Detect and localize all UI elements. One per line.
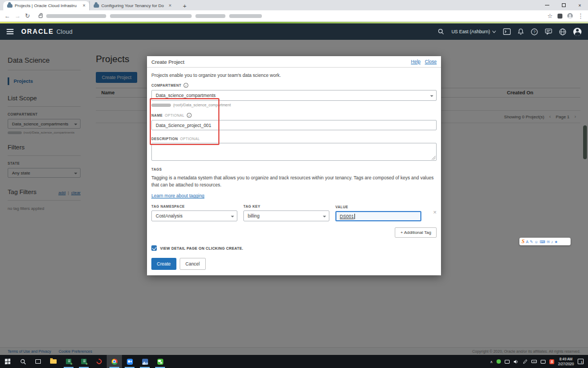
ime-voice-icon[interactable]: ♪: [551, 240, 553, 244]
folder-icon: [50, 359, 57, 364]
modal-compartment-select[interactable]: Data_science_compartments: [151, 90, 437, 101]
red-app-button[interactable]: [91, 355, 107, 368]
modal-create-button[interactable]: Create: [151, 258, 176, 270]
browser-menu-icon[interactable]: ⋮: [578, 13, 584, 20]
language-globe-icon[interactable]: [559, 28, 566, 35]
forward-icon[interactable]: →: [15, 13, 21, 19]
action-center-icon[interactable]: 1: [578, 359, 584, 364]
windows-logo-icon: [5, 359, 10, 365]
browser-profile-avatar[interactable]: [567, 13, 573, 19]
ime-handwriting-icon[interactable]: ✎: [530, 240, 533, 244]
tag-key-value: billing: [248, 213, 260, 219]
tag-row: TAG NAMESPACE CostAnalysis TAG KEY billi…: [151, 204, 437, 221]
optional-tag: OPTIONAL: [165, 113, 185, 117]
additional-tag-button[interactable]: + Additional Tag: [395, 227, 437, 238]
ime-toolbar[interactable]: S A ✎ ☺ ⌨ ✉ ♪ ★: [519, 238, 571, 245]
taskbar-clock[interactable]: 8:49 AM 2/27/2020: [558, 357, 574, 366]
modal-help-link[interactable]: Help: [411, 59, 420, 64]
chrome-icon: [112, 359, 118, 365]
browser-window: Projects | Oracle Cloud Infrastru × Conf…: [0, 0, 588, 368]
sogou-logo-icon[interactable]: S: [522, 239, 525, 244]
description-textarea[interactable]: [151, 143, 437, 161]
redacted-url-segment: [229, 14, 262, 18]
learn-more-tagging-link[interactable]: Learn more about tagging: [151, 193, 204, 198]
view-detail-label: VIEW DETAIL PAGE ON CLICKING CREATE.: [160, 246, 243, 250]
photos-app-button[interactable]: [137, 355, 152, 368]
tab-close-icon[interactable]: ×: [169, 3, 171, 8]
help-icon[interactable]: ?: [531, 28, 538, 35]
redacted-tenancy-name: [151, 104, 171, 107]
taskbar-search-button[interactable]: [15, 355, 30, 368]
clock-time: 8:49 AM: [558, 357, 574, 361]
ime-language-icon[interactable]: A: [526, 240, 529, 244]
search-icon[interactable]: [438, 28, 444, 35]
notifications-bell-icon[interactable]: [518, 28, 524, 35]
user-avatar-icon[interactable]: [573, 28, 581, 36]
address-bar[interactable]: [34, 12, 543, 20]
file-explorer-button[interactable]: [46, 355, 61, 368]
ime-skin-icon[interactable]: ★: [554, 240, 558, 244]
wechat-button[interactable]: [152, 355, 168, 368]
pen-tray-icon[interactable]: [523, 359, 528, 364]
tags-description-text: Tagging is a metadata system that allows…: [151, 174, 437, 189]
tray-green-app-icon[interactable]: [497, 359, 501, 364]
bookmark-star-icon[interactable]: ☆: [547, 13, 553, 20]
minimize-icon[interactable]: [539, 0, 555, 10]
tag-namespace-select[interactable]: CostAnalysis: [151, 210, 237, 221]
video-app-button[interactable]: [122, 355, 137, 368]
keyboard-tray-icon[interactable]: [531, 360, 537, 363]
optional-tag: OPTIONAL: [180, 137, 200, 141]
announcements-icon[interactable]: [545, 28, 552, 35]
display-tray-icon[interactable]: [541, 360, 546, 364]
redacted-url-segment: [195, 14, 225, 18]
volume-icon[interactable]: [513, 359, 519, 364]
scrollbar-thumb[interactable]: [583, 125, 587, 159]
browser-tab-strip: Projects | Oracle Cloud Infrastru × Conf…: [0, 0, 588, 10]
cloud-shell-icon[interactable]: [503, 28, 511, 35]
wechat-icon: [157, 359, 163, 365]
tab-projects[interactable]: Projects | Oracle Cloud Infrastru ×: [3, 1, 89, 10]
modal-compartment-label: COMPARTMENT: [151, 83, 181, 87]
modal-close-link[interactable]: Close: [425, 59, 437, 64]
tag-value-input[interactable]: DS001: [335, 211, 421, 221]
info-icon[interactable]: i: [183, 83, 188, 88]
text-caret: [354, 214, 355, 219]
modal-title: Create Project: [151, 59, 185, 65]
task-view-button[interactable]: [30, 355, 46, 368]
tray-chevron-icon[interactable]: ∧: [490, 360, 493, 364]
new-tab-button[interactable]: +: [180, 3, 189, 10]
sogou-tray-icon[interactable]: S: [549, 359, 554, 364]
spreadsheet-app-button-2[interactable]: [76, 355, 91, 368]
page-content: Data Science Projects List Scope COMPART…: [0, 40, 588, 355]
ime-emoji-icon[interactable]: ☺: [535, 240, 538, 244]
ime-mail-icon[interactable]: ✉: [547, 240, 550, 244]
spreadsheet-icon: [81, 359, 87, 364]
restore-icon[interactable]: [555, 0, 572, 10]
info-icon[interactable]: i: [187, 113, 192, 118]
tab-close-icon[interactable]: ×: [83, 3, 85, 8]
spreadsheet-app-button[interactable]: [61, 355, 76, 368]
oci-header: ORACLE Cloud US East (Ashburn) ?: [0, 23, 588, 40]
extension-icon[interactable]: [558, 14, 562, 19]
tag-key-select[interactable]: billing: [243, 210, 329, 221]
reload-icon[interactable]: ↻: [25, 13, 30, 20]
chevron-down-icon: [492, 31, 496, 33]
resize-grip-icon[interactable]: [432, 156, 436, 160]
oracle-cloud-favicon: [7, 4, 13, 8]
modal-header: Create Project Help Close: [147, 56, 441, 68]
view-detail-checkbox[interactable]: [151, 245, 157, 251]
tab-configuring-tenancy[interactable]: Configuring Your Tenancy for Do ×: [89, 1, 175, 10]
remove-tag-icon[interactable]: ×: [433, 209, 437, 217]
back-icon[interactable]: ←: [4, 13, 10, 19]
close-window-icon[interactable]: ×: [572, 0, 588, 10]
region-selector[interactable]: US East (Ashburn): [451, 29, 496, 34]
ime-keyboard-icon[interactable]: ⌨: [540, 240, 545, 244]
tag-namespace-label: TAG NAMESPACE: [151, 204, 185, 208]
modal-cancel-button[interactable]: Cancel: [180, 258, 206, 270]
hamburger-menu-icon[interactable]: [7, 29, 14, 34]
start-button[interactable]: [0, 355, 15, 368]
chrome-button[interactable]: [107, 355, 122, 368]
network-icon[interactable]: [505, 360, 510, 364]
spreadsheet-icon: [66, 359, 71, 364]
project-name-input[interactable]: Data_Science_project_001: [151, 120, 437, 130]
